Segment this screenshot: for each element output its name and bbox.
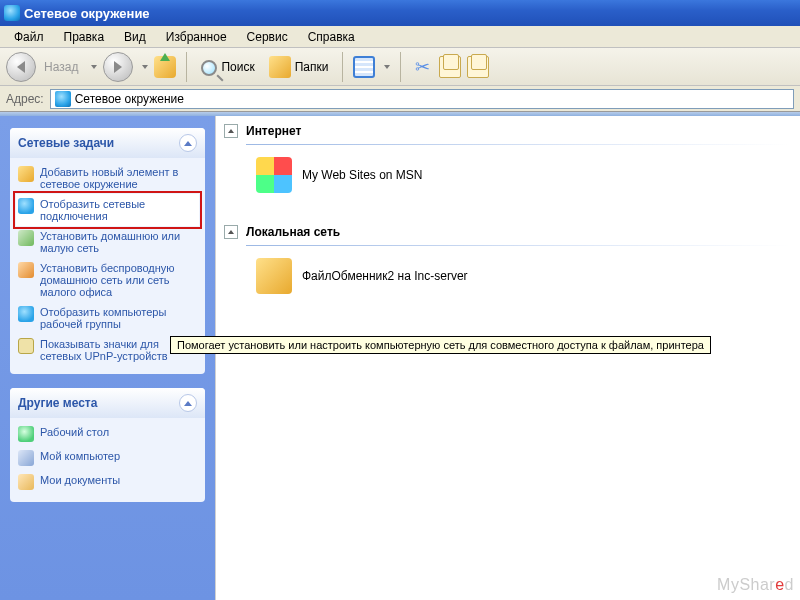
panel-header-network-tasks[interactable]: Сетевые задачи [10,128,205,158]
toolbar-separator [342,52,343,82]
chevron-up-icon [184,401,192,406]
wireless-icon [18,262,34,278]
workgroup-icon [18,306,34,322]
side-pane: Сетевые задачи Добавить новый элемент в … [0,116,215,600]
address-field[interactable]: Сетевое окружение [50,89,794,109]
watermark: MyShared [717,576,794,594]
home-network-icon [18,230,34,246]
panel-header-other-places[interactable]: Другие места [10,388,205,418]
views-icon[interactable] [353,56,375,78]
item-label: My Web Sites on MSN [302,168,422,182]
paste-icon[interactable] [467,56,489,78]
back-label: Назад [44,60,78,74]
item-file-share[interactable]: ФайлОбменник2 на Inc-server [216,252,800,300]
back-button[interactable] [6,52,36,82]
forward-button[interactable] [103,52,133,82]
folders-icon [269,56,291,78]
task-add-network-place[interactable]: Добавить новый элемент в сетевое окружен… [16,162,199,194]
folders-label: Папки [295,60,329,74]
menu-edit[interactable]: Правка [54,28,115,46]
menu-tools[interactable]: Сервис [237,28,298,46]
views-dropdown-icon[interactable] [384,65,390,69]
computer-icon [18,450,34,466]
item-msn-websites[interactable]: My Web Sites on MSN [216,151,800,199]
search-icon [201,60,217,76]
arrow-left-icon [17,61,25,73]
forward-dropdown-icon[interactable] [142,65,148,69]
section-title: Интернет [246,124,301,138]
section-header-local-network: Локальная сеть [216,217,800,243]
place-label: Рабочий стол [40,426,109,438]
task-label: Установить домашнюю или малую сеть [40,230,197,254]
msn-butterfly-icon [256,157,292,193]
section-collapse-button[interactable] [224,124,238,138]
arrow-right-icon [114,61,122,73]
back-dropdown-icon[interactable] [91,65,97,69]
menu-view[interactable]: Вид [114,28,156,46]
network-icon [18,198,34,214]
chevron-up-icon [228,129,234,133]
item-label: ФайлОбменник2 на Inc-server [302,269,468,283]
upnp-icon [18,338,34,354]
share-folder-icon [256,258,292,294]
search-label: Поиск [221,60,254,74]
toolbar-separator [400,52,401,82]
place-label: Мои документы [40,474,120,486]
place-desktop[interactable]: Рабочий стол [16,422,199,446]
folders-button[interactable]: Папки [265,54,333,80]
up-folder-icon[interactable] [154,56,176,78]
section-divider [246,144,790,145]
task-label: Добавить новый элемент в сетевое окружен… [40,166,197,190]
watermark-text: d [785,576,794,593]
task-show-network-connections[interactable]: Отобразить сетевые подключения [16,194,199,226]
menu-file[interactable]: Файл [4,28,54,46]
section-divider [246,245,790,246]
place-label: Мой компьютер [40,450,120,462]
chevron-up-icon [184,141,192,146]
content-pane: Интернет My Web Sites on MSN Локальная с… [215,116,800,600]
addressbar: Адрес: Сетевое окружение [0,86,800,112]
task-label: Отобразить компьютеры рабочей группы [40,306,197,330]
address-label: Адрес: [6,92,44,106]
section-collapse-button[interactable] [224,225,238,239]
task-setup-home-network[interactable]: Установить домашнюю или малую сеть [16,226,199,258]
menubar: Файл Правка Вид Избранное Сервис Справка [0,26,800,48]
watermark-text: e [775,576,784,593]
section-title: Локальная сеть [246,225,340,239]
folder-add-icon [18,166,34,182]
main-area: Сетевые задачи Добавить новый элемент в … [0,116,800,600]
task-label: Установить беспроводную домашнюю сеть ил… [40,262,197,298]
cut-icon[interactable]: ✂ [411,56,433,78]
documents-icon [18,474,34,490]
desktop-icon [18,426,34,442]
toolbar: Назад Поиск Папки ✂ [0,48,800,86]
titlebar: Сетевое окружение [0,0,800,26]
watermark-text: MyShar [717,576,775,593]
chevron-up-icon [228,230,234,234]
search-button[interactable]: Поиск [197,56,258,78]
task-view-workgroup-computers[interactable]: Отобразить компьютеры рабочей группы [16,302,199,334]
place-my-documents[interactable]: Мои документы [16,470,199,494]
task-setup-wireless-network[interactable]: Установить беспроводную домашнюю сеть ил… [16,258,199,302]
collapse-button[interactable] [179,394,197,412]
tooltip: Помогает установить или настроить компью… [170,336,711,354]
menu-help[interactable]: Справка [298,28,365,46]
collapse-button[interactable] [179,134,197,152]
section-header-internet: Интернет [216,116,800,142]
panel-title: Другие места [18,396,97,410]
place-my-computer[interactable]: Мой компьютер [16,446,199,470]
panel-body: Рабочий стол Мой компьютер Мои документы [10,418,205,502]
window-title: Сетевое окружение [24,6,150,21]
copy-icon[interactable] [439,56,461,78]
task-label: Отобразить сетевые подключения [40,198,197,222]
window-icon [4,5,20,21]
toolbar-separator [186,52,187,82]
panel-other-places: Другие места Рабочий стол Мой компьютер … [10,388,205,502]
address-icon [55,91,71,107]
panel-title: Сетевые задачи [18,136,114,150]
address-value: Сетевое окружение [75,92,184,106]
menu-favorites[interactable]: Избранное [156,28,237,46]
